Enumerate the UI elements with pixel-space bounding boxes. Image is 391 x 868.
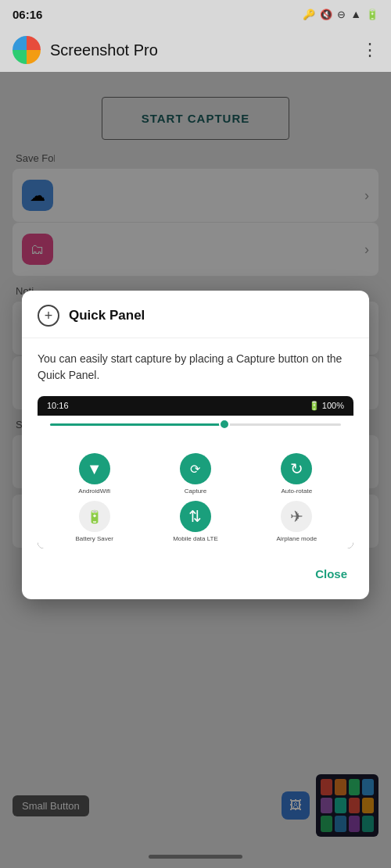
app-title: Screenshot Pro xyxy=(50,41,361,59)
status-bar: 06:16 🔑 🔇 ⊖ ▲ 🔋 xyxy=(0,0,391,28)
mute-icon: 🔇 xyxy=(320,9,332,20)
mockup-phone-screen: 10:16 🔋 100% ▼ AndroidWifi xyxy=(38,396,353,548)
dialog-description: You can easily start capture by placing … xyxy=(38,351,353,384)
dnd-icon: ⊖ xyxy=(337,9,346,20)
dialog-footer: Close xyxy=(22,558,369,593)
mockup-battery-saver-icon: 🔋 xyxy=(79,501,110,532)
mockup-tile-battery: 🔋 Battery Saver xyxy=(47,501,142,542)
quick-panel-dialog: + Quick Panel You can easily start captu… xyxy=(22,291,369,599)
mockup-tile-rotate: ↻ Auto-rotate xyxy=(249,453,344,495)
status-icons: 🔑 🔇 ⊖ ▲ 🔋 xyxy=(303,8,378,20)
mockup-rotate-icon: ↻ xyxy=(281,453,312,484)
dialog-header: + Quick Panel xyxy=(22,291,369,338)
dialog-body: You can easily start capture by placing … xyxy=(22,338,369,558)
mockup-tile-capture: ⟳ Capture xyxy=(148,453,242,495)
app-logo-icon xyxy=(13,36,41,64)
mockup-tile-wifi: ▼ AndroidWifi xyxy=(47,453,142,495)
overflow-menu-button[interactable]: ⋮ xyxy=(361,40,378,60)
battery-icon: 🔋 xyxy=(366,9,378,20)
mockup-tile-data: ⇅ Mobile data LTE xyxy=(148,501,242,542)
mockup-airplane-icon: ✈ xyxy=(281,501,312,532)
main-content: START CAPTURE Save Folder ☁ › 🗂 › Noti 📱… xyxy=(0,72,391,868)
dialog-title: Quick Panel xyxy=(69,308,145,323)
mockup-tiles-grid: ▼ AndroidWifi ⟳ Capture ↻ Auto-rotate 🔋 … xyxy=(38,445,353,548)
mockup-slider-area xyxy=(38,416,353,445)
mockup-status-bar: 10:16 🔋 100% xyxy=(38,396,353,416)
status-time: 06:16 xyxy=(13,8,42,21)
mockup-brightness-fill xyxy=(50,423,224,426)
mockup-brightness-thumb xyxy=(219,419,230,430)
dialog-plus-icon: + xyxy=(38,305,59,327)
wifi-icon: ▲ xyxy=(350,8,361,20)
mockup-capture-icon: ⟳ xyxy=(180,453,211,484)
mockup-brightness-track xyxy=(50,423,341,426)
close-button[interactable]: Close xyxy=(306,561,357,587)
mockup-time: 10:16 xyxy=(47,401,69,411)
mockup-data-icon: ⇅ xyxy=(180,501,211,532)
mockup-tile-airplane: ✈ Airplane mode xyxy=(249,501,344,542)
key-icon: 🔑 xyxy=(303,9,315,20)
mockup-wifi-icon: ▼ xyxy=(79,453,110,484)
app-bar: Screenshot Pro ⋮ xyxy=(0,28,391,72)
mockup-battery: 🔋 100% xyxy=(309,401,344,411)
